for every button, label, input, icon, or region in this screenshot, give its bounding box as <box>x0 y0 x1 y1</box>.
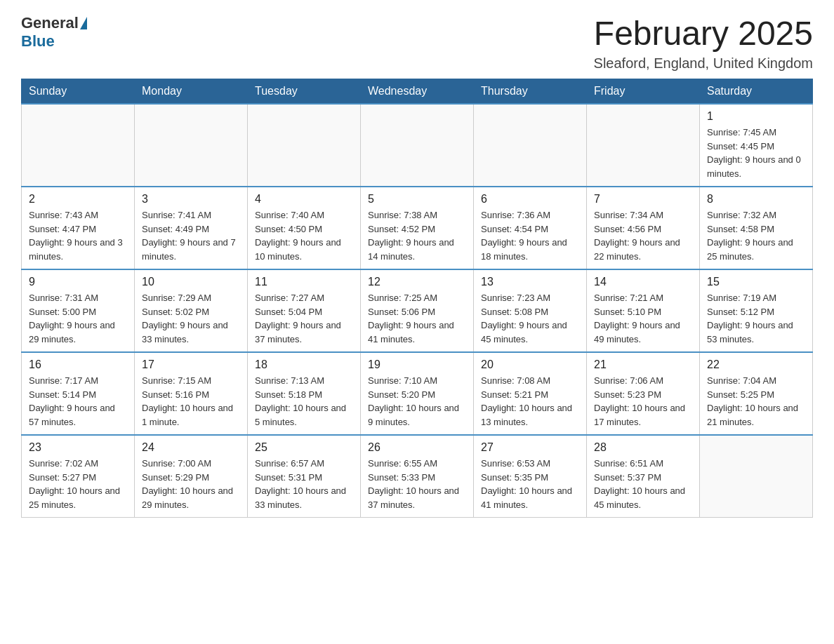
logo-general-text: General <box>21 14 79 32</box>
day-header-thursday: Thursday <box>474 79 587 105</box>
day-info: Sunrise: 7:04 AMSunset: 5:25 PMDaylight:… <box>707 374 805 429</box>
day-info: Sunrise: 7:25 AMSunset: 5:06 PMDaylight:… <box>368 291 466 346</box>
day-info: Sunrise: 6:57 AMSunset: 5:31 PMDaylight:… <box>255 457 353 511</box>
calendar-week-row: 9Sunrise: 7:31 AMSunset: 5:00 PMDaylight… <box>22 269 813 352</box>
day-header-sunday: Sunday <box>22 79 135 105</box>
calendar-header-row: SundayMondayTuesdayWednesdayThursdayFrid… <box>22 79 813 105</box>
day-info: Sunrise: 7:21 AMSunset: 5:10 PMDaylight:… <box>594 291 692 346</box>
calendar-day-cell <box>22 104 135 187</box>
calendar-day-cell: 17Sunrise: 7:15 AMSunset: 5:16 PMDayligh… <box>135 352 248 435</box>
day-info: Sunrise: 7:32 AMSunset: 4:58 PMDaylight:… <box>707 208 805 263</box>
day-info: Sunrise: 7:31 AMSunset: 5:00 PMDaylight:… <box>29 291 127 346</box>
calendar-day-cell: 13Sunrise: 7:23 AMSunset: 5:08 PMDayligh… <box>474 269 587 352</box>
logo-triangle-icon <box>80 17 87 29</box>
calendar-day-cell <box>135 104 248 187</box>
day-info: Sunrise: 7:43 AMSunset: 4:47 PMDaylight:… <box>29 208 127 263</box>
calendar-day-cell: 19Sunrise: 7:10 AMSunset: 5:20 PMDayligh… <box>361 352 474 435</box>
calendar-day-cell: 6Sunrise: 7:36 AMSunset: 4:54 PMDaylight… <box>474 187 587 269</box>
day-info: Sunrise: 6:53 AMSunset: 5:35 PMDaylight:… <box>481 457 579 511</box>
location-text: Sleaford, England, United Kingdom <box>594 55 813 72</box>
day-info: Sunrise: 7:17 AMSunset: 5:14 PMDaylight:… <box>29 374 127 429</box>
day-info: Sunrise: 7:08 AMSunset: 5:21 PMDaylight:… <box>481 374 579 429</box>
calendar-day-cell <box>700 435 813 518</box>
day-info: Sunrise: 7:10 AMSunset: 5:20 PMDaylight:… <box>368 374 466 429</box>
calendar-day-cell: 15Sunrise: 7:19 AMSunset: 5:12 PMDayligh… <box>700 269 813 352</box>
day-number: 17 <box>142 358 240 371</box>
day-number: 2 <box>29 193 127 206</box>
calendar-day-cell: 10Sunrise: 7:29 AMSunset: 5:02 PMDayligh… <box>135 269 248 352</box>
day-header-monday: Monday <box>135 79 248 105</box>
logo: General Blue <box>21 14 88 51</box>
day-number: 21 <box>594 358 692 371</box>
day-info: Sunrise: 7:02 AMSunset: 5:27 PMDaylight:… <box>29 457 127 511</box>
calendar-day-cell: 23Sunrise: 7:02 AMSunset: 5:27 PMDayligh… <box>22 435 135 518</box>
day-number: 10 <box>142 276 240 288</box>
calendar-day-cell: 25Sunrise: 6:57 AMSunset: 5:31 PMDayligh… <box>248 435 361 518</box>
day-number: 19 <box>368 358 466 371</box>
day-info: Sunrise: 7:34 AMSunset: 4:56 PMDaylight:… <box>594 208 692 263</box>
calendar-day-cell <box>474 104 587 187</box>
calendar-day-cell: 20Sunrise: 7:08 AMSunset: 5:21 PMDayligh… <box>474 352 587 435</box>
calendar-day-cell: 26Sunrise: 6:55 AMSunset: 5:33 PMDayligh… <box>361 435 474 518</box>
day-number: 1 <box>707 110 805 123</box>
day-info: Sunrise: 7:36 AMSunset: 4:54 PMDaylight:… <box>481 208 579 263</box>
day-number: 11 <box>255 276 353 288</box>
day-header-tuesday: Tuesday <box>248 79 361 105</box>
calendar-week-row: 16Sunrise: 7:17 AMSunset: 5:14 PMDayligh… <box>22 352 813 435</box>
calendar-day-cell: 14Sunrise: 7:21 AMSunset: 5:10 PMDayligh… <box>587 269 700 352</box>
day-number: 26 <box>368 441 466 454</box>
day-number: 25 <box>255 441 353 454</box>
day-info: Sunrise: 7:23 AMSunset: 5:08 PMDaylight:… <box>481 291 579 346</box>
calendar-day-cell: 21Sunrise: 7:06 AMSunset: 5:23 PMDayligh… <box>587 352 700 435</box>
day-number: 13 <box>481 276 579 288</box>
calendar-week-row: 1Sunrise: 7:45 AMSunset: 4:45 PMDaylight… <box>22 104 813 187</box>
calendar-day-cell <box>587 104 700 187</box>
day-number: 22 <box>707 358 805 371</box>
day-number: 5 <box>368 193 466 206</box>
calendar-day-cell: 2Sunrise: 7:43 AMSunset: 4:47 PMDaylight… <box>22 187 135 269</box>
day-number: 16 <box>29 358 127 371</box>
calendar-day-cell: 4Sunrise: 7:40 AMSunset: 4:50 PMDaylight… <box>248 187 361 269</box>
day-info: Sunrise: 7:40 AMSunset: 4:50 PMDaylight:… <box>255 208 353 263</box>
day-info: Sunrise: 7:27 AMSunset: 5:04 PMDaylight:… <box>255 291 353 346</box>
calendar-day-cell: 27Sunrise: 6:53 AMSunset: 5:35 PMDayligh… <box>474 435 587 518</box>
calendar-week-row: 23Sunrise: 7:02 AMSunset: 5:27 PMDayligh… <box>22 435 813 518</box>
calendar-day-cell: 18Sunrise: 7:13 AMSunset: 5:18 PMDayligh… <box>248 352 361 435</box>
logo-blue-text: Blue <box>21 32 55 51</box>
day-number: 9 <box>29 276 127 288</box>
page-header: General Blue February 2025 Sleaford, Eng… <box>21 14 813 72</box>
day-info: Sunrise: 7:13 AMSunset: 5:18 PMDaylight:… <box>255 374 353 429</box>
day-header-wednesday: Wednesday <box>361 79 474 105</box>
day-number: 6 <box>481 193 579 206</box>
day-number: 23 <box>29 441 127 454</box>
day-info: Sunrise: 6:51 AMSunset: 5:37 PMDaylight:… <box>594 457 692 511</box>
day-number: 20 <box>481 358 579 371</box>
calendar-day-cell: 1Sunrise: 7:45 AMSunset: 4:45 PMDaylight… <box>700 104 813 187</box>
calendar-day-cell: 24Sunrise: 7:00 AMSunset: 5:29 PMDayligh… <box>135 435 248 518</box>
day-number: 7 <box>594 193 692 206</box>
calendar-day-cell: 5Sunrise: 7:38 AMSunset: 4:52 PMDaylight… <box>361 187 474 269</box>
calendar-table: SundayMondayTuesdayWednesdayThursdayFrid… <box>21 79 813 518</box>
day-number: 27 <box>481 441 579 454</box>
day-info: Sunrise: 7:41 AMSunset: 4:49 PMDaylight:… <box>142 208 240 263</box>
day-info: Sunrise: 7:19 AMSunset: 5:12 PMDaylight:… <box>707 291 805 346</box>
day-info: Sunrise: 7:45 AMSunset: 4:45 PMDaylight:… <box>707 126 805 180</box>
calendar-day-cell: 9Sunrise: 7:31 AMSunset: 5:00 PMDaylight… <box>22 269 135 352</box>
day-number: 3 <box>142 193 240 206</box>
calendar-day-cell: 28Sunrise: 6:51 AMSunset: 5:37 PMDayligh… <box>587 435 700 518</box>
day-number: 24 <box>142 441 240 454</box>
day-header-saturday: Saturday <box>700 79 813 105</box>
calendar-day-cell: 11Sunrise: 7:27 AMSunset: 5:04 PMDayligh… <box>248 269 361 352</box>
day-info: Sunrise: 7:06 AMSunset: 5:23 PMDaylight:… <box>594 374 692 429</box>
day-number: 15 <box>707 276 805 288</box>
day-number: 4 <box>255 193 353 206</box>
calendar-day-cell <box>361 104 474 187</box>
day-header-friday: Friday <box>587 79 700 105</box>
day-number: 18 <box>255 358 353 371</box>
day-number: 12 <box>368 276 466 288</box>
calendar-day-cell: 3Sunrise: 7:41 AMSunset: 4:49 PMDaylight… <box>135 187 248 269</box>
day-number: 28 <box>594 441 692 454</box>
calendar-day-cell: 16Sunrise: 7:17 AMSunset: 5:14 PMDayligh… <box>22 352 135 435</box>
calendar-day-cell: 22Sunrise: 7:04 AMSunset: 5:25 PMDayligh… <box>700 352 813 435</box>
day-info: Sunrise: 7:00 AMSunset: 5:29 PMDaylight:… <box>142 457 240 511</box>
